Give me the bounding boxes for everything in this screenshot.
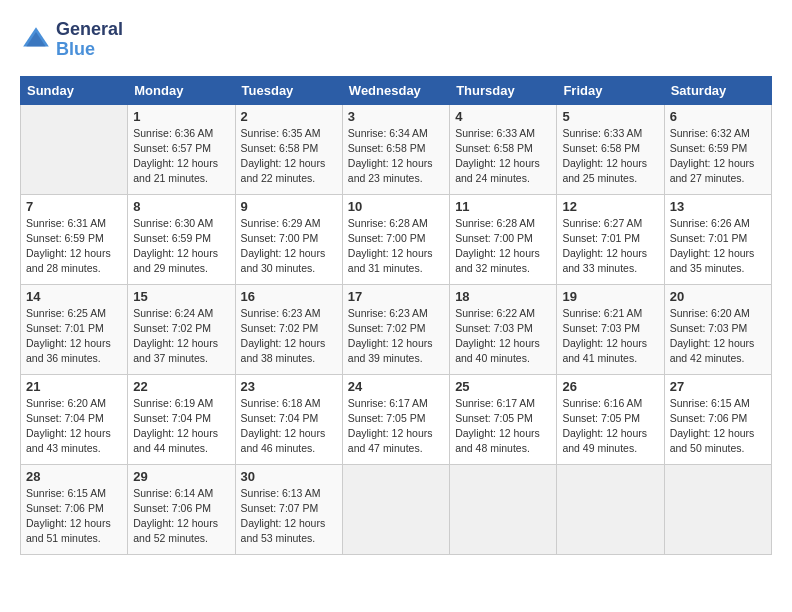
day-info: Sunrise: 6:16 AMSunset: 7:05 PMDaylight:… [562,396,658,457]
calendar-cell [342,464,449,554]
day-info: Sunrise: 6:18 AMSunset: 7:04 PMDaylight:… [241,396,337,457]
day-header-friday: Friday [557,76,664,104]
day-number: 7 [26,199,122,214]
calendar-cell: 18Sunrise: 6:22 AMSunset: 7:03 PMDayligh… [450,284,557,374]
calendar-cell: 17Sunrise: 6:23 AMSunset: 7:02 PMDayligh… [342,284,449,374]
day-number: 15 [133,289,229,304]
day-number: 27 [670,379,766,394]
calendar-cell [664,464,771,554]
calendar-cell: 25Sunrise: 6:17 AMSunset: 7:05 PMDayligh… [450,374,557,464]
day-number: 16 [241,289,337,304]
day-info: Sunrise: 6:13 AMSunset: 7:07 PMDaylight:… [241,486,337,547]
day-info: Sunrise: 6:33 AMSunset: 6:58 PMDaylight:… [455,126,551,187]
day-number: 18 [455,289,551,304]
calendar-week-row: 14Sunrise: 6:25 AMSunset: 7:01 PMDayligh… [21,284,772,374]
day-number: 13 [670,199,766,214]
day-number: 4 [455,109,551,124]
day-info: Sunrise: 6:15 AMSunset: 7:06 PMDaylight:… [26,486,122,547]
calendar-cell: 1Sunrise: 6:36 AMSunset: 6:57 PMDaylight… [128,104,235,194]
day-info: Sunrise: 6:36 AMSunset: 6:57 PMDaylight:… [133,126,229,187]
day-number: 30 [241,469,337,484]
day-info: Sunrise: 6:14 AMSunset: 7:06 PMDaylight:… [133,486,229,547]
calendar-cell: 2Sunrise: 6:35 AMSunset: 6:58 PMDaylight… [235,104,342,194]
logo-icon [20,24,52,56]
logo-text: General Blue [56,20,123,60]
calendar-cell: 15Sunrise: 6:24 AMSunset: 7:02 PMDayligh… [128,284,235,374]
day-number: 9 [241,199,337,214]
day-info: Sunrise: 6:20 AMSunset: 7:03 PMDaylight:… [670,306,766,367]
calendar-cell: 20Sunrise: 6:20 AMSunset: 7:03 PMDayligh… [664,284,771,374]
day-number: 5 [562,109,658,124]
day-header-tuesday: Tuesday [235,76,342,104]
day-header-wednesday: Wednesday [342,76,449,104]
day-number: 10 [348,199,444,214]
calendar-cell: 10Sunrise: 6:28 AMSunset: 7:00 PMDayligh… [342,194,449,284]
calendar-cell [21,104,128,194]
day-info: Sunrise: 6:30 AMSunset: 6:59 PMDaylight:… [133,216,229,277]
day-info: Sunrise: 6:34 AMSunset: 6:58 PMDaylight:… [348,126,444,187]
calendar-cell: 26Sunrise: 6:16 AMSunset: 7:05 PMDayligh… [557,374,664,464]
calendar-cell [557,464,664,554]
day-number: 8 [133,199,229,214]
calendar-cell: 16Sunrise: 6:23 AMSunset: 7:02 PMDayligh… [235,284,342,374]
calendar-week-row: 28Sunrise: 6:15 AMSunset: 7:06 PMDayligh… [21,464,772,554]
calendar-cell: 4Sunrise: 6:33 AMSunset: 6:58 PMDaylight… [450,104,557,194]
calendar-cell: 14Sunrise: 6:25 AMSunset: 7:01 PMDayligh… [21,284,128,374]
calendar-cell: 29Sunrise: 6:14 AMSunset: 7:06 PMDayligh… [128,464,235,554]
calendar-week-row: 1Sunrise: 6:36 AMSunset: 6:57 PMDaylight… [21,104,772,194]
day-info: Sunrise: 6:26 AMSunset: 7:01 PMDaylight:… [670,216,766,277]
logo: General Blue [20,20,123,60]
day-info: Sunrise: 6:32 AMSunset: 6:59 PMDaylight:… [670,126,766,187]
day-number: 12 [562,199,658,214]
page-header: General Blue [20,20,772,60]
calendar-cell: 30Sunrise: 6:13 AMSunset: 7:07 PMDayligh… [235,464,342,554]
day-number: 11 [455,199,551,214]
calendar-cell: 8Sunrise: 6:30 AMSunset: 6:59 PMDaylight… [128,194,235,284]
calendar-cell: 13Sunrise: 6:26 AMSunset: 7:01 PMDayligh… [664,194,771,284]
day-info: Sunrise: 6:15 AMSunset: 7:06 PMDaylight:… [670,396,766,457]
day-number: 3 [348,109,444,124]
day-number: 26 [562,379,658,394]
calendar-cell: 19Sunrise: 6:21 AMSunset: 7:03 PMDayligh… [557,284,664,374]
day-info: Sunrise: 6:35 AMSunset: 6:58 PMDaylight:… [241,126,337,187]
day-number: 19 [562,289,658,304]
calendar-table: SundayMondayTuesdayWednesdayThursdayFrid… [20,76,772,555]
calendar-cell [450,464,557,554]
calendar-header-row: SundayMondayTuesdayWednesdayThursdayFrid… [21,76,772,104]
day-number: 25 [455,379,551,394]
day-info: Sunrise: 6:33 AMSunset: 6:58 PMDaylight:… [562,126,658,187]
calendar-cell: 7Sunrise: 6:31 AMSunset: 6:59 PMDaylight… [21,194,128,284]
calendar-cell: 21Sunrise: 6:20 AMSunset: 7:04 PMDayligh… [21,374,128,464]
day-info: Sunrise: 6:19 AMSunset: 7:04 PMDaylight:… [133,396,229,457]
day-number: 22 [133,379,229,394]
calendar-cell: 9Sunrise: 6:29 AMSunset: 7:00 PMDaylight… [235,194,342,284]
day-info: Sunrise: 6:17 AMSunset: 7:05 PMDaylight:… [348,396,444,457]
calendar-cell: 11Sunrise: 6:28 AMSunset: 7:00 PMDayligh… [450,194,557,284]
day-info: Sunrise: 6:29 AMSunset: 7:00 PMDaylight:… [241,216,337,277]
calendar-cell: 23Sunrise: 6:18 AMSunset: 7:04 PMDayligh… [235,374,342,464]
calendar-cell: 24Sunrise: 6:17 AMSunset: 7:05 PMDayligh… [342,374,449,464]
calendar-cell: 6Sunrise: 6:32 AMSunset: 6:59 PMDaylight… [664,104,771,194]
calendar-cell: 22Sunrise: 6:19 AMSunset: 7:04 PMDayligh… [128,374,235,464]
day-info: Sunrise: 6:28 AMSunset: 7:00 PMDaylight:… [455,216,551,277]
day-number: 2 [241,109,337,124]
day-number: 20 [670,289,766,304]
day-number: 24 [348,379,444,394]
day-number: 29 [133,469,229,484]
day-number: 23 [241,379,337,394]
day-info: Sunrise: 6:21 AMSunset: 7:03 PMDaylight:… [562,306,658,367]
day-info: Sunrise: 6:23 AMSunset: 7:02 PMDaylight:… [348,306,444,367]
day-info: Sunrise: 6:25 AMSunset: 7:01 PMDaylight:… [26,306,122,367]
day-number: 6 [670,109,766,124]
calendar-week-row: 7Sunrise: 6:31 AMSunset: 6:59 PMDaylight… [21,194,772,284]
calendar-week-row: 21Sunrise: 6:20 AMSunset: 7:04 PMDayligh… [21,374,772,464]
day-info: Sunrise: 6:28 AMSunset: 7:00 PMDaylight:… [348,216,444,277]
day-info: Sunrise: 6:17 AMSunset: 7:05 PMDaylight:… [455,396,551,457]
day-header-saturday: Saturday [664,76,771,104]
day-info: Sunrise: 6:20 AMSunset: 7:04 PMDaylight:… [26,396,122,457]
day-header-thursday: Thursday [450,76,557,104]
day-number: 14 [26,289,122,304]
calendar-cell: 12Sunrise: 6:27 AMSunset: 7:01 PMDayligh… [557,194,664,284]
day-info: Sunrise: 6:22 AMSunset: 7:03 PMDaylight:… [455,306,551,367]
calendar-cell: 5Sunrise: 6:33 AMSunset: 6:58 PMDaylight… [557,104,664,194]
